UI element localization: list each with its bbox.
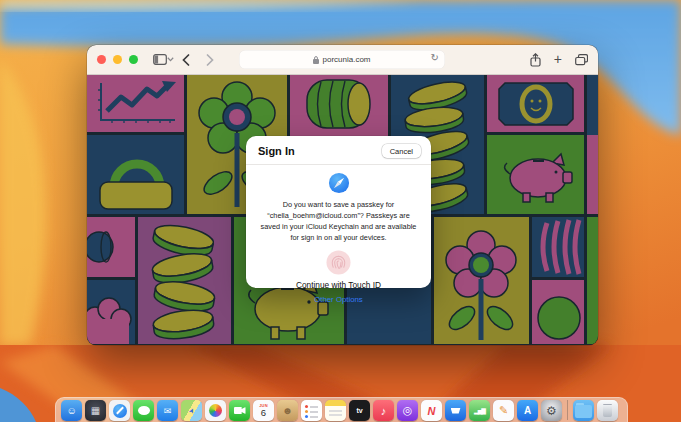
dialog-title: Sign In: [258, 145, 295, 157]
close-button[interactable]: [97, 55, 106, 64]
dock-finder-icon[interactable]: [61, 400, 82, 421]
minimize-button[interactable]: [113, 55, 122, 64]
dock-notes-icon[interactable]: [325, 400, 346, 421]
passkey-dialog: Sign In Cancel Do you want to save a pas…: [246, 136, 431, 288]
tile-line-chart: [87, 75, 184, 132]
reload-icon[interactable]: ↻: [431, 52, 439, 63]
dock-news-icon[interactable]: [421, 400, 442, 421]
tile-cloud-blob: [87, 280, 135, 344]
url-text: porcunia.com: [322, 55, 370, 64]
url-field[interactable]: porcunia.com ↻: [239, 50, 445, 69]
dock-mail-icon[interactable]: [157, 400, 178, 421]
tile-coin-side: [87, 217, 135, 277]
tile-handbag: [87, 135, 184, 214]
tile-edge-strip-2: [587, 135, 598, 214]
dock-downloads-icon[interactable]: [573, 400, 594, 421]
share-icon[interactable]: [530, 53, 541, 67]
back-icon[interactable]: [182, 54, 190, 66]
dock-facetime-icon[interactable]: [229, 400, 250, 421]
continue-with-touch-id-label: Continue with Touch ID: [296, 280, 381, 290]
dock-numbers-icon[interactable]: [469, 400, 490, 421]
zoom-button[interactable]: [129, 55, 138, 64]
dock-photos-icon[interactable]: [205, 400, 226, 421]
tile-edge-strip-3: [587, 217, 598, 344]
tile-coin-roll-end: [532, 217, 584, 277]
tile-tall-coin-stack: [138, 217, 231, 344]
dock-safari-icon[interactable]: [109, 400, 130, 421]
dock-reminders-icon[interactable]: [301, 400, 322, 421]
dock-music-icon[interactable]: [373, 400, 394, 421]
dialog-header: Sign In Cancel: [246, 136, 431, 165]
desktop: porcunia.com ↻ +: [0, 0, 681, 422]
sidebar-icon[interactable]: [153, 54, 167, 65]
dock-podcasts-icon[interactable]: [397, 400, 418, 421]
dock-messages-icon[interactable]: [133, 400, 154, 421]
dock-calendar-icon[interactable]: JUN6: [253, 400, 274, 421]
calendar-day-label: 6: [261, 408, 266, 418]
tab-overview-icon[interactable]: [575, 54, 588, 66]
dock-launchpad-icon[interactable]: [85, 400, 106, 421]
dock-maps-icon[interactable]: [181, 400, 202, 421]
tile-green-circle: [532, 280, 584, 344]
chevron-down-icon[interactable]: [167, 57, 174, 62]
webpage-content: Sign In Cancel Do you want to save a pas…: [87, 75, 598, 345]
dock-appletv-icon[interactable]: tv: [349, 400, 370, 421]
tile-magenta-flower: [434, 217, 529, 344]
safari-compass-icon: [328, 172, 350, 194]
tile-magenta-piggy-bank: [487, 135, 584, 214]
appletv-glyph: tv: [356, 407, 362, 414]
safari-toolbar: porcunia.com ↻ +: [87, 45, 598, 75]
passkey-message: Do you want to save a passkey for “chell…: [259, 200, 418, 244]
other-options-link[interactable]: Other Options: [314, 295, 363, 304]
dock-divider: [567, 400, 568, 420]
cancel-button[interactable]: Cancel: [382, 144, 421, 158]
safari-window: porcunia.com ↻ +: [87, 45, 598, 345]
touch-id-icon: [326, 250, 351, 275]
dialog-body: Do you want to save a passkey for “chell…: [246, 165, 431, 312]
tile-dollar-bill: [487, 75, 584, 132]
dock-keynote-icon[interactable]: [445, 400, 466, 421]
dock-settings-icon[interactable]: [541, 400, 562, 421]
dock-pages-icon[interactable]: [493, 400, 514, 421]
dock-trash-icon[interactable]: [597, 400, 618, 421]
new-tab-icon[interactable]: +: [554, 52, 562, 66]
dock-appstore-icon[interactable]: [517, 400, 538, 421]
dock: JUN6tv: [55, 397, 628, 422]
forward-icon[interactable]: [206, 54, 214, 66]
lock-icon: [313, 56, 319, 64]
dock-contacts-icon[interactable]: [277, 400, 298, 421]
